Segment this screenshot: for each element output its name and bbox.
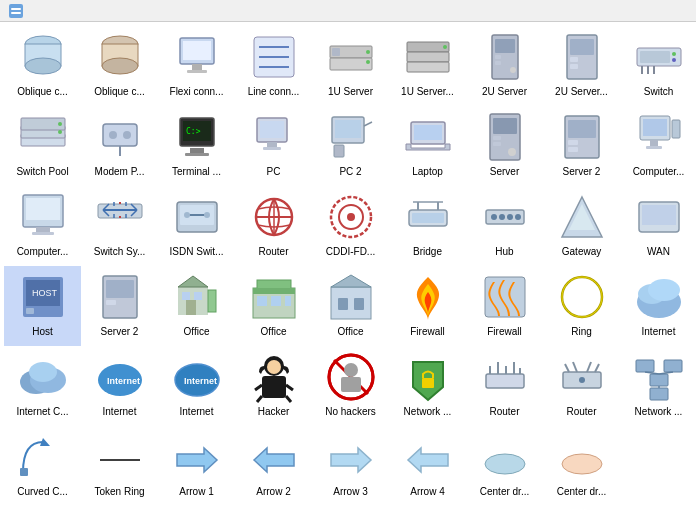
svg-rect-1: [11, 8, 21, 10]
shape-item-modem-p[interactable]: Modem P...: [81, 106, 158, 186]
shape-item-office3[interactable]: Office: [312, 266, 389, 346]
shape-item-computer[interactable]: Computer...: [620, 106, 696, 186]
shape-label-oblique-c1: Oblique c...: [6, 86, 79, 98]
shape-item-1u-server[interactable]: 1U Server: [312, 26, 389, 106]
shape-item-router2[interactable]: Router: [466, 346, 543, 426]
shape-item-2u-server[interactable]: 2U Server: [466, 26, 543, 106]
oblique-cylinder-icon: [16, 30, 70, 84]
shape-item-firewall1[interactable]: Firewall: [389, 266, 466, 346]
shape-item-server[interactable]: Server: [466, 106, 543, 186]
cddi-icon: [324, 190, 378, 244]
shape-item-bridge[interactable]: Bridge: [389, 186, 466, 266]
shape-item-pc2[interactable]: PC 2: [312, 106, 389, 186]
shape-label-center-dr1: Center dr...: [468, 486, 541, 498]
svg-rect-123: [253, 288, 295, 294]
arrow1-icon: [170, 430, 224, 484]
shape-item-router3[interactable]: Router: [543, 346, 620, 426]
svg-rect-19: [332, 48, 340, 56]
oblique-cylinder2-icon: [93, 30, 147, 84]
shape-label-switch-sy: Switch Sy...: [83, 246, 156, 258]
svg-marker-182: [331, 448, 371, 472]
svg-rect-74: [568, 147, 578, 152]
shape-item-token-ring[interactable]: Token Ring: [81, 426, 158, 505]
shape-item-office2[interactable]: Office: [235, 266, 312, 346]
shape-label-curved-c: Curved C...: [6, 486, 79, 498]
svg-rect-69: [493, 142, 501, 146]
shape-item-internet[interactable]: Internet: [620, 266, 696, 346]
laptop-icon: [401, 110, 455, 164]
svg-rect-156: [341, 377, 361, 392]
shape-item-server2[interactable]: Server 2: [543, 106, 620, 186]
shape-item-terminal[interactable]: C:> Terminal ...: [158, 106, 235, 186]
shape-item-internet2[interactable]: Internet Internet: [81, 346, 158, 426]
host-icon: HOST: [16, 270, 70, 324]
shape-label-wan: WAN: [622, 246, 695, 258]
shape-item-switch-sy[interactable]: Switch Sy...: [81, 186, 158, 266]
shape-label-internet-c: Internet C...: [6, 406, 79, 418]
svg-rect-33: [570, 57, 578, 62]
shape-item-switch-pool[interactable]: Switch Pool: [4, 106, 81, 186]
shape-item-arrow2[interactable]: Arrow 2: [235, 426, 312, 505]
shape-item-internet-c[interactable]: Internet C...: [4, 346, 81, 426]
shape-item-center-dr2[interactable]: Center dr...: [543, 426, 620, 505]
shape-item-host[interactable]: HOST Host: [4, 266, 81, 346]
svg-point-8: [102, 58, 138, 74]
shape-item-flexi-conn[interactable]: Flexi conn...: [158, 26, 235, 106]
shape-label-laptop: Laptop: [391, 166, 464, 178]
internet2-icon: Internet: [93, 350, 147, 404]
shape-item-office1[interactable]: Office: [158, 266, 235, 346]
shape-item-arrow4[interactable]: Arrow 4: [389, 426, 466, 505]
svg-marker-128: [331, 275, 371, 287]
shape-item-ring[interactable]: Ring: [543, 266, 620, 346]
shape-item-gateway[interactable]: Gateway: [543, 186, 620, 266]
svg-point-30: [510, 67, 516, 73]
shape-item-1u-server2[interactable]: 1U Server...: [389, 26, 466, 106]
svg-rect-65: [414, 125, 442, 140]
1u-server-icon: [324, 30, 378, 84]
shape-item-curved-c[interactable]: Curved C...: [4, 426, 81, 505]
shape-item-network2[interactable]: Network ...: [620, 346, 696, 426]
shape-item-network-lock[interactable]: Network ...: [389, 346, 466, 426]
app-icon: [8, 3, 24, 19]
pc2-icon: [324, 110, 378, 164]
line-conn-icon: [247, 30, 301, 84]
shape-item-hacker[interactable]: Hacker: [235, 346, 312, 426]
shape-item-computer2[interactable]: Computer...: [4, 186, 81, 266]
svg-marker-116: [178, 276, 208, 287]
svg-rect-120: [208, 290, 216, 312]
shape-item-hub[interactable]: Hub: [466, 186, 543, 266]
svg-point-185: [562, 454, 602, 474]
shape-item-wan[interactable]: WAN: [620, 186, 696, 266]
computer-icon: [632, 110, 686, 164]
modem-icon: [93, 110, 147, 164]
server2-icon: [555, 110, 609, 164]
svg-marker-183: [408, 448, 448, 472]
shape-item-switch[interactable]: Switch: [620, 26, 696, 106]
shape-item-laptop[interactable]: Laptop: [389, 106, 466, 186]
shape-item-internet3[interactable]: Internet Internet: [158, 346, 235, 426]
shape-item-center-dr1[interactable]: Center dr...: [466, 426, 543, 505]
shape-item-cddi-fd[interactable]: CDDI-FD...: [312, 186, 389, 266]
shape-item-oblique-c1[interactable]: Oblique c...: [4, 26, 81, 106]
shape-item-line-conn[interactable]: Line conn...: [235, 26, 312, 106]
svg-rect-54: [190, 148, 204, 153]
shape-item-pc[interactable]: PC: [235, 106, 312, 186]
shape-item-2u-server2[interactable]: 2U Server...: [543, 26, 620, 106]
svg-text:Internet: Internet: [184, 376, 217, 386]
shape-item-arrow3[interactable]: Arrow 3: [312, 426, 389, 505]
router2-icon: [478, 350, 532, 404]
shape-item-firewall2[interactable]: Firewall: [466, 266, 543, 346]
svg-rect-68: [493, 136, 501, 140]
shape-label-network-lock: Network ...: [391, 406, 464, 418]
shape-item-oblique-c2[interactable]: Oblique c...: [81, 26, 158, 106]
shape-item-router[interactable]: Router: [235, 186, 312, 266]
shape-item-arrow1[interactable]: Arrow 1: [158, 426, 235, 505]
shape-item-server2b[interactable]: Server 2: [81, 266, 158, 346]
svg-rect-61: [335, 120, 361, 138]
shape-item-no-hackers[interactable]: No hackers: [312, 346, 389, 426]
svg-point-45: [58, 122, 62, 126]
shape-item-isdn-sw[interactable]: ISDN Swit...: [158, 186, 235, 266]
shape-label-computer: Computer...: [622, 166, 695, 178]
svg-point-146: [267, 360, 281, 374]
shape-label-pc2: PC 2: [314, 166, 387, 178]
